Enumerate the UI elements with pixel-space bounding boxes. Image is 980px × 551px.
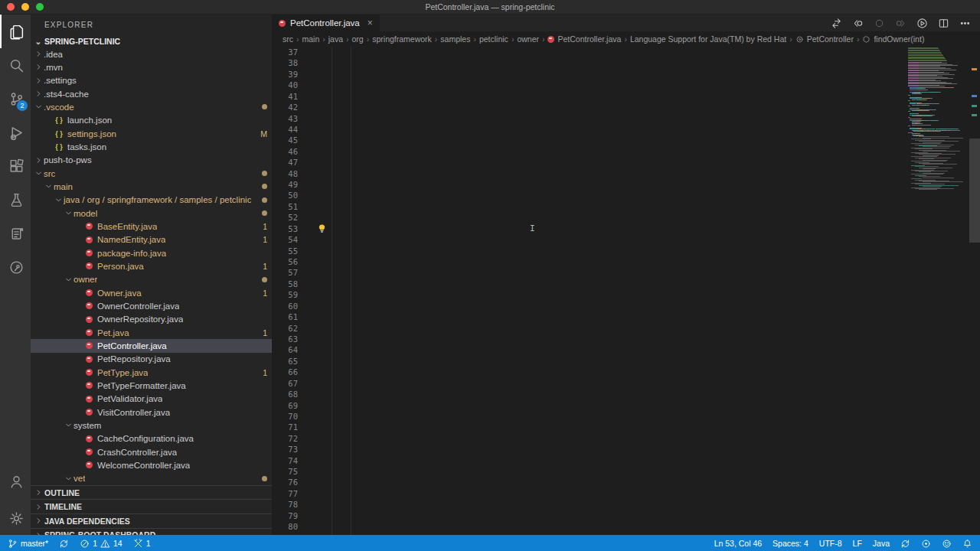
tree-item[interactable]: Owner.java1 (31, 286, 272, 299)
bell-icon[interactable] (962, 539, 972, 549)
refresh-icon[interactable] (900, 539, 910, 549)
sidebar-pane-timeline[interactable]: TIMELINE (31, 499, 272, 514)
problems-item[interactable]: 1 14 (80, 539, 122, 549)
breadcrumb-item[interactable]: owner (517, 34, 539, 44)
sidebar-pane-spring-boot-dashboard[interactable]: SPRING-BOOT DASHBOARD (31, 528, 272, 535)
tab-petcontroller[interactable]: PetController.java × (272, 15, 380, 31)
record-icon[interactable] (921, 539, 931, 549)
indentation-item[interactable]: Spaces: 4 (773, 539, 808, 548)
breadcrumb-item[interactable]: java (328, 34, 343, 44)
scrollbar[interactable] (969, 47, 980, 535)
breadcrumb-item[interactable]: PetController (795, 34, 854, 44)
eol-item[interactable]: LF (853, 539, 862, 548)
back-icon[interactable] (852, 18, 864, 29)
tree-item[interactable]: { }launch.json (31, 114, 272, 127)
tree-item[interactable]: NamedEntity.java1 (31, 233, 272, 246)
git-branch-item[interactable]: master* (8, 539, 48, 549)
sidebar-pane-java-dependencies[interactable]: JAVA DEPENDENCIES (31, 514, 272, 528)
minimap[interactable] (908, 47, 969, 535)
tree-item[interactable]: Pet.java1 (31, 326, 272, 339)
tree-item[interactable]: system (31, 419, 272, 432)
cursor-position-item[interactable]: Ln 53, Col 46 (714, 539, 762, 548)
sync-changes-button[interactable] (59, 539, 69, 549)
tree-item[interactable]: { }settings.jsonM (31, 127, 272, 140)
breadcrumb-item[interactable]: petclinic (479, 34, 508, 44)
tree-item[interactable]: .mvn (31, 60, 272, 73)
tree-item[interactable]: Person.java1 (31, 259, 272, 272)
tree-item[interactable]: PetController.java (31, 339, 272, 352)
tree-item[interactable]: CrashController.java (31, 445, 272, 458)
breadcrumb-item[interactable]: main (302, 34, 320, 44)
activitybar-run-debug-icon[interactable] (0, 116, 31, 149)
breadcrumb-item[interactable]: Language Support for Java(TM) by Red Hat (630, 34, 786, 44)
tree-item[interactable]: WelcomeController.java (31, 458, 272, 471)
maximize-window-button[interactable] (36, 3, 44, 11)
tree-item[interactable]: { }tasks.json (31, 140, 272, 153)
more-actions-icon[interactable] (959, 18, 971, 29)
tree-item[interactable]: package-info.java (31, 246, 272, 259)
breadcrumb-item[interactable]: springframework (372, 34, 432, 44)
tree-item[interactable]: OwnerController.java (31, 299, 272, 312)
chevron-right-icon (34, 517, 43, 525)
breadcrumb-item[interactable]: org (352, 34, 364, 44)
close-window-button[interactable] (7, 3, 15, 11)
lightbulb-icon[interactable] (318, 224, 326, 233)
minimize-window-button[interactable] (21, 3, 29, 11)
workspace-section-header[interactable]: ⌄ SPRING-PETCLINIC (31, 34, 272, 47)
activitybar-explorer-icon[interactable] (0, 15, 31, 48)
tree-item[interactable]: model (31, 207, 272, 220)
code-editor[interactable]: 3738394041424344454647484950515253545556… (272, 47, 980, 535)
language-mode-item[interactable]: Java (873, 539, 890, 548)
tree-item[interactable]: vet (31, 472, 272, 485)
tree-item[interactable]: PetValidator.java (31, 393, 272, 406)
sidebar-pane-outline[interactable]: OUTLINE (31, 485, 272, 500)
tree-item[interactable]: java / org / springframework / samples /… (31, 194, 272, 207)
tree-item[interactable]: CacheConfiguration.java (31, 432, 272, 445)
sync-icon[interactable] (874, 18, 885, 29)
tree-item[interactable]: .vscode (31, 100, 272, 113)
activitybar-dependency-analytics-icon[interactable] (0, 250, 31, 284)
tree-item[interactable]: OwnerRepository.java (31, 313, 272, 326)
tree-item[interactable]: src (31, 167, 272, 180)
breadcrumb-item[interactable]: src (283, 34, 293, 44)
forward-icon[interactable] (895, 18, 906, 29)
tree-item[interactable]: VisitController.java (31, 406, 272, 419)
code-content[interactable]: I (302, 47, 908, 535)
java-file-icon (83, 461, 94, 468)
modified-dot (262, 171, 267, 176)
activitybar-extensions-icon[interactable] (0, 149, 31, 183)
activitybar-settings-gear[interactable] (0, 501, 31, 535)
tree-item[interactable]: PetTypeFormatter.java (31, 379, 272, 392)
activitybar-accounts[interactable] (0, 465, 31, 498)
line-number: 65 (272, 356, 298, 367)
split-editor-icon[interactable] (938, 18, 949, 29)
activitybar-test-beaker-icon[interactable] (0, 183, 31, 217)
breadcrumb-item[interactable]: PetController.java (547, 34, 621, 44)
close-tab-icon[interactable]: × (368, 18, 373, 28)
open-changes-icon[interactable] (831, 18, 842, 29)
activitybar-java-projects-icon[interactable] (0, 217, 31, 250)
tree-item[interactable]: .sts4-cache (31, 87, 272, 100)
tree-item[interactable]: main (31, 180, 272, 193)
tree-item[interactable]: BaseEntity.java1 (31, 220, 272, 233)
activity-bar: 2 (0, 15, 31, 535)
line-number: 53 (272, 223, 298, 234)
tree-item[interactable]: PetRepository.java (31, 353, 272, 366)
tree-item[interactable]: push-to-pws (31, 154, 272, 167)
java-file-icon (83, 435, 94, 442)
breadcrumb-item[interactable]: findOwner(int) (862, 34, 924, 44)
activitybar-source-control-icon[interactable]: 2 (0, 82, 31, 116)
tree-item-label: .vscode (44, 103, 74, 112)
activitybar-search-icon[interactable] (0, 48, 31, 82)
breadcrumb-item[interactable]: samples (440, 34, 470, 44)
error-icon (80, 539, 90, 549)
feedback-icon[interactable] (942, 539, 952, 549)
scrollbar-thumb[interactable] (969, 139, 980, 243)
tree-item[interactable]: PetType.java1 (31, 366, 272, 379)
run-icon[interactable] (916, 18, 928, 29)
tree-item[interactable]: owner (31, 273, 272, 286)
build-tasks-item[interactable]: 1 (133, 539, 151, 549)
tree-item[interactable]: .idea (31, 47, 272, 60)
encoding-item[interactable]: UTF-8 (819, 539, 842, 548)
tree-item[interactable]: .settings (31, 74, 272, 87)
